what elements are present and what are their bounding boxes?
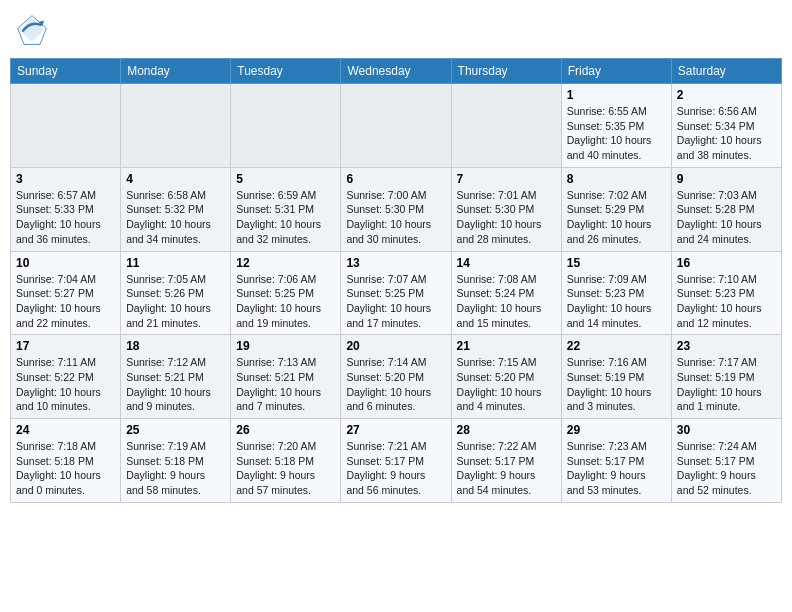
day-number: 23	[677, 339, 776, 353]
day-number: 13	[346, 256, 445, 270]
day-info: Sunrise: 7:08 AM Sunset: 5:24 PM Dayligh…	[457, 272, 556, 331]
day-number: 12	[236, 256, 335, 270]
day-number: 3	[16, 172, 115, 186]
day-number: 19	[236, 339, 335, 353]
logo	[16, 14, 52, 46]
day-info: Sunrise: 7:21 AM Sunset: 5:17 PM Dayligh…	[346, 439, 445, 498]
calendar-week-row: 10Sunrise: 7:04 AM Sunset: 5:27 PM Dayli…	[11, 251, 782, 335]
day-info: Sunrise: 7:04 AM Sunset: 5:27 PM Dayligh…	[16, 272, 115, 331]
day-number: 25	[126, 423, 225, 437]
day-number: 1	[567, 88, 666, 102]
calendar-cell: 15Sunrise: 7:09 AM Sunset: 5:23 PM Dayli…	[561, 251, 671, 335]
day-of-week-header: Monday	[121, 59, 231, 84]
calendar-cell: 9Sunrise: 7:03 AM Sunset: 5:28 PM Daylig…	[671, 167, 781, 251]
calendar-cell: 7Sunrise: 7:01 AM Sunset: 5:30 PM Daylig…	[451, 167, 561, 251]
calendar-cell: 13Sunrise: 7:07 AM Sunset: 5:25 PM Dayli…	[341, 251, 451, 335]
day-info: Sunrise: 7:13 AM Sunset: 5:21 PM Dayligh…	[236, 355, 335, 414]
day-number: 16	[677, 256, 776, 270]
day-info: Sunrise: 7:05 AM Sunset: 5:26 PM Dayligh…	[126, 272, 225, 331]
day-info: Sunrise: 7:09 AM Sunset: 5:23 PM Dayligh…	[567, 272, 666, 331]
day-info: Sunrise: 7:02 AM Sunset: 5:29 PM Dayligh…	[567, 188, 666, 247]
day-of-week-header: Tuesday	[231, 59, 341, 84]
calendar-cell: 1Sunrise: 6:55 AM Sunset: 5:35 PM Daylig…	[561, 84, 671, 168]
day-info: Sunrise: 7:16 AM Sunset: 5:19 PM Dayligh…	[567, 355, 666, 414]
calendar-cell: 28Sunrise: 7:22 AM Sunset: 5:17 PM Dayli…	[451, 419, 561, 503]
day-number: 18	[126, 339, 225, 353]
calendar-cell: 3Sunrise: 6:57 AM Sunset: 5:33 PM Daylig…	[11, 167, 121, 251]
calendar-cell: 6Sunrise: 7:00 AM Sunset: 5:30 PM Daylig…	[341, 167, 451, 251]
calendar-cell: 19Sunrise: 7:13 AM Sunset: 5:21 PM Dayli…	[231, 335, 341, 419]
day-info: Sunrise: 7:10 AM Sunset: 5:23 PM Dayligh…	[677, 272, 776, 331]
day-info: Sunrise: 6:55 AM Sunset: 5:35 PM Dayligh…	[567, 104, 666, 163]
calendar-cell	[451, 84, 561, 168]
day-of-week-header: Saturday	[671, 59, 781, 84]
day-number: 22	[567, 339, 666, 353]
day-of-week-header: Wednesday	[341, 59, 451, 84]
day-info: Sunrise: 7:17 AM Sunset: 5:19 PM Dayligh…	[677, 355, 776, 414]
day-info: Sunrise: 7:22 AM Sunset: 5:17 PM Dayligh…	[457, 439, 556, 498]
day-number: 21	[457, 339, 556, 353]
calendar-cell	[341, 84, 451, 168]
day-of-week-header: Sunday	[11, 59, 121, 84]
day-info: Sunrise: 7:15 AM Sunset: 5:20 PM Dayligh…	[457, 355, 556, 414]
calendar-cell: 27Sunrise: 7:21 AM Sunset: 5:17 PM Dayli…	[341, 419, 451, 503]
day-number: 10	[16, 256, 115, 270]
day-info: Sunrise: 7:19 AM Sunset: 5:18 PM Dayligh…	[126, 439, 225, 498]
calendar-cell: 23Sunrise: 7:17 AM Sunset: 5:19 PM Dayli…	[671, 335, 781, 419]
calendar-week-row: 1Sunrise: 6:55 AM Sunset: 5:35 PM Daylig…	[11, 84, 782, 168]
day-number: 6	[346, 172, 445, 186]
day-number: 14	[457, 256, 556, 270]
calendar-cell: 21Sunrise: 7:15 AM Sunset: 5:20 PM Dayli…	[451, 335, 561, 419]
day-number: 5	[236, 172, 335, 186]
day-number: 30	[677, 423, 776, 437]
calendar-cell: 16Sunrise: 7:10 AM Sunset: 5:23 PM Dayli…	[671, 251, 781, 335]
day-number: 20	[346, 339, 445, 353]
calendar-cell: 5Sunrise: 6:59 AM Sunset: 5:31 PM Daylig…	[231, 167, 341, 251]
day-number: 27	[346, 423, 445, 437]
day-of-week-header: Friday	[561, 59, 671, 84]
calendar-week-row: 17Sunrise: 7:11 AM Sunset: 5:22 PM Dayli…	[11, 335, 782, 419]
day-info: Sunrise: 7:24 AM Sunset: 5:17 PM Dayligh…	[677, 439, 776, 498]
calendar-cell	[121, 84, 231, 168]
day-number: 9	[677, 172, 776, 186]
page-header	[10, 10, 782, 50]
day-info: Sunrise: 7:12 AM Sunset: 5:21 PM Dayligh…	[126, 355, 225, 414]
calendar-cell: 30Sunrise: 7:24 AM Sunset: 5:17 PM Dayli…	[671, 419, 781, 503]
day-number: 7	[457, 172, 556, 186]
logo-icon	[16, 14, 48, 46]
day-info: Sunrise: 7:07 AM Sunset: 5:25 PM Dayligh…	[346, 272, 445, 331]
day-number: 29	[567, 423, 666, 437]
day-info: Sunrise: 7:01 AM Sunset: 5:30 PM Dayligh…	[457, 188, 556, 247]
day-number: 15	[567, 256, 666, 270]
day-number: 17	[16, 339, 115, 353]
calendar-cell: 17Sunrise: 7:11 AM Sunset: 5:22 PM Dayli…	[11, 335, 121, 419]
calendar-week-row: 3Sunrise: 6:57 AM Sunset: 5:33 PM Daylig…	[11, 167, 782, 251]
day-number: 24	[16, 423, 115, 437]
day-info: Sunrise: 7:06 AM Sunset: 5:25 PM Dayligh…	[236, 272, 335, 331]
day-of-week-header: Thursday	[451, 59, 561, 84]
calendar-cell: 11Sunrise: 7:05 AM Sunset: 5:26 PM Dayli…	[121, 251, 231, 335]
calendar-cell: 18Sunrise: 7:12 AM Sunset: 5:21 PM Dayli…	[121, 335, 231, 419]
calendar-cell	[11, 84, 121, 168]
day-number: 28	[457, 423, 556, 437]
day-number: 26	[236, 423, 335, 437]
day-info: Sunrise: 7:00 AM Sunset: 5:30 PM Dayligh…	[346, 188, 445, 247]
day-info: Sunrise: 7:14 AM Sunset: 5:20 PM Dayligh…	[346, 355, 445, 414]
calendar-cell: 20Sunrise: 7:14 AM Sunset: 5:20 PM Dayli…	[341, 335, 451, 419]
calendar-cell: 10Sunrise: 7:04 AM Sunset: 5:27 PM Dayli…	[11, 251, 121, 335]
day-info: Sunrise: 6:57 AM Sunset: 5:33 PM Dayligh…	[16, 188, 115, 247]
calendar-cell	[231, 84, 341, 168]
calendar-cell: 2Sunrise: 6:56 AM Sunset: 5:34 PM Daylig…	[671, 84, 781, 168]
calendar-table: SundayMondayTuesdayWednesdayThursdayFrid…	[10, 58, 782, 503]
day-info: Sunrise: 7:11 AM Sunset: 5:22 PM Dayligh…	[16, 355, 115, 414]
calendar-cell: 4Sunrise: 6:58 AM Sunset: 5:32 PM Daylig…	[121, 167, 231, 251]
calendar-cell: 26Sunrise: 7:20 AM Sunset: 5:18 PM Dayli…	[231, 419, 341, 503]
day-info: Sunrise: 7:03 AM Sunset: 5:28 PM Dayligh…	[677, 188, 776, 247]
day-number: 8	[567, 172, 666, 186]
calendar-cell: 25Sunrise: 7:19 AM Sunset: 5:18 PM Dayli…	[121, 419, 231, 503]
calendar-cell: 12Sunrise: 7:06 AM Sunset: 5:25 PM Dayli…	[231, 251, 341, 335]
day-info: Sunrise: 7:20 AM Sunset: 5:18 PM Dayligh…	[236, 439, 335, 498]
day-number: 11	[126, 256, 225, 270]
calendar-cell: 24Sunrise: 7:18 AM Sunset: 5:18 PM Dayli…	[11, 419, 121, 503]
day-info: Sunrise: 7:18 AM Sunset: 5:18 PM Dayligh…	[16, 439, 115, 498]
